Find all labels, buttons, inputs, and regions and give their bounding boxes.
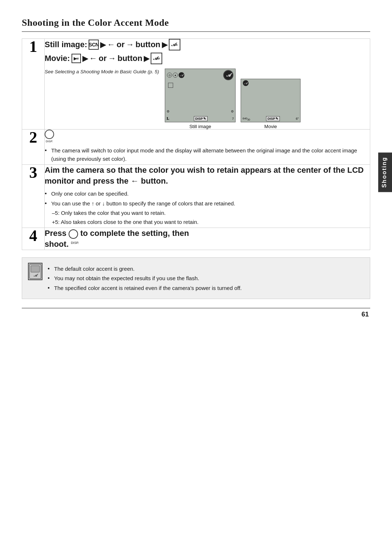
movie-lcd-bottom: 64030 DISP ✎ 6" [241, 115, 300, 122]
movie-lcd-top: 𝒜 [241, 79, 300, 87]
note-bullet-3: The specified color accent is retained e… [48, 284, 364, 293]
step3-bullets: Only one color can be specified. You can… [45, 190, 370, 208]
svg-rect-1 [31, 266, 40, 272]
step-1-number: 1 [29, 38, 37, 56]
disp-press-icon [69, 229, 78, 239]
movie-screen-container: 𝒜 64030 DISP ✎ 6" Movie [241, 79, 301, 129]
note-bullet-2: You may not obtain the expected results … [48, 274, 364, 283]
disp-pencil-2: ✎ [275, 117, 278, 120]
step3-bullet-2: You can use the ↑ or ↓ button to specify… [45, 200, 370, 208]
step-4-number-cell: 4 [22, 228, 45, 250]
movie-disp-btn: DISP ✎ [266, 116, 280, 121]
button-label-1: button [135, 40, 160, 49]
step-1-number-cell: 1 [22, 39, 45, 130]
movie-mode-icon: ▶M [72, 54, 81, 63]
note-bullet-1: The default color accent is green. [48, 265, 364, 273]
arrow-right-1: ▶ [100, 40, 106, 49]
step-2-number: 2 [29, 128, 37, 146]
movie-label: Movie: [45, 54, 70, 63]
step-4-number: 4 [29, 227, 37, 245]
note-icon-svg: 𝒜 [29, 263, 42, 279]
still-lcd-bottom-bar: 𝐋 DISP ✎ 7 [165, 115, 235, 122]
mode-icon-3-highlight: 𝒜 [179, 72, 184, 78]
movie-lcd: 𝒜 64030 DISP ✎ 6" [241, 79, 301, 122]
step4-title: Press to complete the setting, then shoo… [45, 228, 370, 249]
still-label: Still image: [45, 40, 87, 49]
step4-disp-super: DISP. [71, 241, 79, 245]
right-arrow-btn-2: → [108, 54, 116, 63]
step2-bullets: The camera will switch to color input mo… [45, 147, 370, 164]
step1-note: See Selecting a Shooting Mode in Basic G… [45, 69, 159, 75]
step1-body: See Selecting a Shooting Mode in Basic G… [45, 69, 370, 129]
still-lcd-top: ⊙ ● 𝒜 𝒜 [165, 69, 235, 81]
step1-still-line: Still image: SCN ▶ ← or → button ▶ 𝒜A [45, 39, 370, 50]
ca-movie-icon: 𝒜M [151, 53, 162, 64]
step-1-row: 1 Still image: SCN ▶ ← or → button ▶ 𝒜A [22, 39, 370, 130]
step-2-content: DISP. The camera will switch to color in… [45, 130, 370, 165]
movie-time: 6" [296, 117, 299, 120]
disp-pencil: ✎ [203, 117, 206, 120]
or-1: or [117, 40, 124, 49]
still-lcd-bottom-right: ⚙ [231, 110, 234, 113]
note-box: 𝒜 The default color accent is green. You… [22, 257, 370, 299]
mode-icon-1: ⊙ [167, 73, 172, 78]
arrow-right-4: ▶ [144, 54, 149, 63]
step2-inner: DISP. The camera will switch to color in… [45, 130, 370, 164]
step-3-number-cell: 3 [22, 165, 45, 228]
movie-screen-label: Movie [241, 124, 301, 129]
disp-circle-icon [45, 130, 54, 139]
still-top-right-icon: 𝒜 [223, 70, 233, 80]
movie-resolution: 64030 [242, 117, 250, 121]
still-screen-label: Still image [165, 124, 236, 129]
step-4-content: Press to complete the setting, then shoo… [45, 228, 370, 250]
arrow-right-3: ▶ [82, 54, 88, 63]
left-arrow-btn-2: ← [89, 54, 97, 63]
arrow-right-2: ▶ [162, 40, 167, 49]
step-4-row: 4 Press to complete the setting, then sh… [22, 228, 370, 250]
step1-movie-line: Movie: ▶M ▶ ← or → button ▶ 𝒜M [45, 53, 370, 64]
disp-text: DISP. [46, 140, 53, 143]
note-icon: 𝒜 [28, 263, 42, 280]
note-bullets: The default color accent is green. You m… [48, 265, 364, 294]
still-disp-btn: DISP ✎ [194, 116, 208, 121]
movie-top-left: 𝒜 [243, 80, 249, 86]
lcd-screens: ⊙ ● 𝒜 𝒜 [165, 69, 301, 129]
step3-dash-1: –5: Only takes the color that you want t… [52, 209, 370, 217]
still-lcd-bottom-left: ⚙ [167, 110, 170, 113]
scn-icon: SCN [89, 40, 99, 50]
page-title: Shooting in the Color Accent Mode [22, 17, 370, 32]
step-3-number: 3 [29, 164, 37, 181]
step-2-row: 2 DISP. The camera will switch to color … [22, 130, 370, 165]
step3-dash-list: –5: Only takes the color that you want t… [52, 209, 370, 226]
step4-shoot: shoot. [45, 240, 69, 249]
step3-dash-2: +5: Also takes colors close to the one t… [52, 218, 370, 226]
mode-icon-2: ● [173, 73, 178, 78]
step4-text-1: to complete the setting, then [80, 229, 189, 238]
still-l-label: 𝐋 [167, 116, 169, 121]
left-arrow-btn-1: ← [107, 40, 115, 49]
still-lcd: ⊙ ● 𝒜 𝒜 [165, 69, 236, 122]
step3-title: Aim the camera so that the color you wis… [45, 165, 370, 186]
settings-icon-still-2: ⚙ [231, 110, 234, 113]
step-3-content: Aim the camera so that the color you wis… [45, 165, 370, 228]
step-1-content: Still image: SCN ▶ ← or → button ▶ 𝒜A Mo… [45, 39, 370, 130]
step-3-row: 3 Aim the camera so that the color you w… [22, 165, 370, 228]
or-2: or [99, 54, 107, 63]
movie-mode-icon-highlight: 𝒜 [243, 80, 249, 86]
still-screen-container: ⊙ ● 𝒜 𝒜 [165, 69, 236, 129]
still-lcd-square [168, 83, 173, 88]
still-top-left-icons: ⊙ ● 𝒜 [167, 72, 184, 78]
ca-mode-icon-still: 𝒜 [223, 70, 233, 80]
ca-still-icon: 𝒜A [169, 39, 180, 50]
disp-button-area: DISP. [45, 130, 54, 143]
still-count: 7 [232, 117, 234, 120]
settings-icon-still: ⚙ [167, 110, 170, 113]
step2-bullet-1: The camera will switch to color input mo… [45, 147, 370, 163]
page-number: 61 [22, 308, 370, 318]
steps-table: 1 Still image: SCN ▶ ← or → button ▶ 𝒜A [22, 38, 370, 250]
step3-bullet-1: Only one color can be specified. [45, 190, 370, 198]
button-label-2: button [118, 54, 142, 63]
still-lcd-body [165, 81, 235, 107]
right-arrow-btn-1: → [126, 40, 134, 49]
step-2-number-cell: 2 [22, 130, 45, 165]
